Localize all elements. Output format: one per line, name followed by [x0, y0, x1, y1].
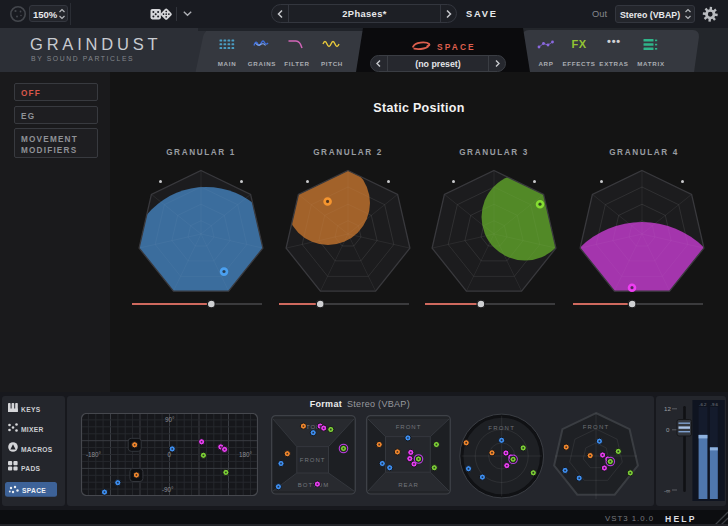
svg-text:SPACE: SPACE — [22, 487, 46, 494]
svg-text:MACROS: MACROS — [21, 446, 53, 453]
svg-text:180°: 180° — [239, 451, 253, 458]
svg-text:FRONT: FRONT — [395, 424, 421, 430]
svg-text:-∞: -∞ — [664, 487, 670, 494]
svg-text:-6.2: -6.2 — [699, 402, 707, 407]
svg-text:PADS: PADS — [21, 465, 41, 472]
svg-text:MIXER: MIXER — [21, 426, 44, 433]
svg-text:90°: 90° — [165, 416, 175, 423]
svg-text:FRONT: FRONT — [488, 425, 515, 431]
svg-text:-90°: -90° — [162, 486, 174, 493]
svg-text:-9.6: -9.6 — [711, 402, 719, 407]
svg-text:KEYS: KEYS — [21, 406, 41, 413]
svg-text:REAR: REAR — [398, 482, 419, 488]
svg-text:FRONT: FRONT — [300, 457, 326, 463]
svg-text:BOTTOM: BOTTOM — [298, 482, 330, 488]
svg-text:12: 12 — [664, 405, 671, 412]
svg-text:-180°: -180° — [86, 451, 102, 458]
svg-text:0: 0 — [666, 426, 670, 433]
svg-text:FRONT: FRONT — [583, 424, 610, 430]
